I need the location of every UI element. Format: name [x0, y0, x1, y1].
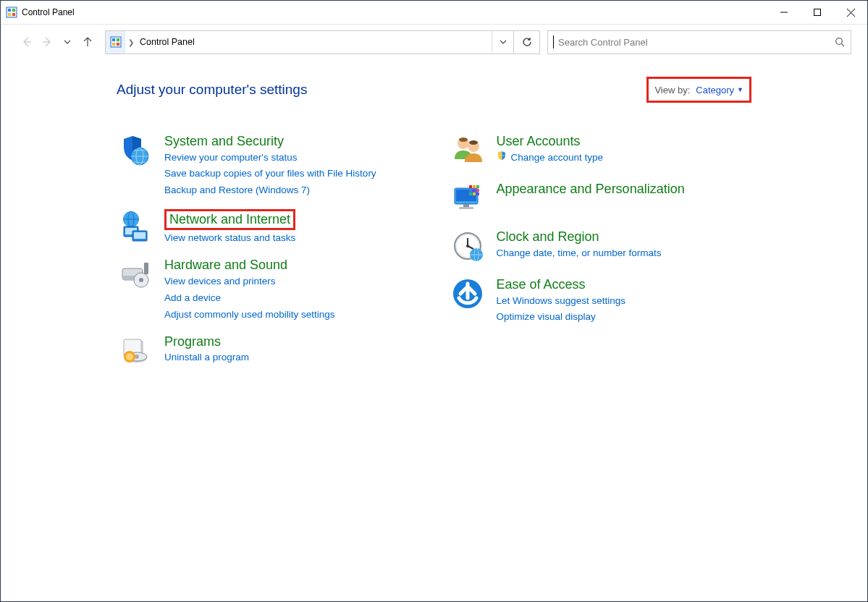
category-link[interactable]: Change account type: [497, 150, 604, 166]
content-area: Adjust your computer's settings View by:…: [1, 59, 867, 601]
category-body: User AccountsChange account type: [497, 133, 604, 171]
hardware-icon: [117, 257, 154, 294]
dropdown-icon: ▼: [737, 86, 743, 93]
link-text: Change date, time, or number formats: [497, 245, 662, 262]
svg-point-40: [126, 353, 133, 360]
control-panel-icon: [6, 7, 17, 18]
category-link[interactable]: Adjust commonly used mobility settings: [164, 307, 335, 323]
svg-rect-53: [469, 192, 472, 195]
view-by-label: View by:: [654, 85, 690, 96]
view-by-highlight: View by: Category ▼: [646, 77, 751, 103]
category-link[interactable]: View network status and tasks: [164, 230, 295, 247]
category-title[interactable]: Appearance and Personalization: [497, 182, 685, 196]
svg-rect-12: [112, 38, 115, 41]
forward-button[interactable]: [37, 30, 57, 54]
category-item: Network and InternetView network status …: [117, 209, 420, 247]
category-item: Clock and RegionChange date, time, or nu…: [449, 229, 752, 266]
category-body: Ease of AccessLet Windows suggest settin…: [497, 276, 626, 326]
search-icon[interactable]: [829, 37, 851, 48]
address-icon: [106, 31, 125, 54]
svg-rect-54: [473, 192, 476, 195]
category-body: ProgramsUninstall a program: [164, 334, 249, 371]
svg-line-17: [841, 43, 844, 46]
ease-icon: [449, 276, 486, 314]
svg-rect-49: [476, 185, 479, 188]
titlebar: Control Panel: [1, 1, 867, 25]
svg-rect-33: [144, 263, 148, 274]
address-bar[interactable]: ❯ Control Panel: [105, 30, 514, 54]
category-title[interactable]: Network and Internet: [164, 209, 295, 230]
category-item: ProgramsUninstall a program: [117, 334, 420, 371]
svg-rect-6: [814, 9, 821, 16]
svg-rect-45: [463, 204, 469, 207]
category-columns: System and SecurityReview your computer'…: [117, 133, 751, 381]
svg-rect-50: [469, 189, 472, 192]
category-link[interactable]: Uninstall a program: [164, 349, 249, 366]
svg-rect-46: [459, 207, 473, 209]
close-button[interactable]: [834, 1, 867, 24]
link-text: Review your computer's status: [164, 150, 297, 166]
category-body: System and SecurityReview your computer'…: [164, 133, 376, 199]
uac-shield-icon: [497, 150, 507, 166]
category-link[interactable]: View devices and printers: [164, 274, 335, 290]
category-link[interactable]: Optimize visual display: [497, 309, 626, 326]
link-text: Save backup copies of your files with Fi…: [164, 166, 376, 182]
category-link[interactable]: Backup and Restore (Windows 7): [164, 182, 376, 199]
svg-rect-51: [473, 189, 476, 192]
link-text: Change account type: [511, 150, 604, 166]
link-text: Let Windows suggest settings: [497, 293, 626, 310]
category-item: Ease of AccessLet Windows suggest settin…: [449, 276, 752, 326]
view-by-dropdown[interactable]: Category ▼: [696, 85, 743, 96]
category-body: Appearance and Personalization: [497, 181, 685, 219]
navigation-bar: ❯ Control Panel: [1, 25, 867, 59]
up-button[interactable]: [77, 30, 98, 54]
category-link[interactable]: Change date, time, or number formats: [497, 245, 662, 262]
clock-icon: [449, 229, 486, 266]
shield-globe-icon: [117, 133, 154, 171]
svg-point-16: [835, 38, 842, 44]
search-input[interactable]: [554, 37, 829, 48]
maximize-button[interactable]: [801, 1, 834, 24]
page-heading: Adjust your computer's settings: [117, 82, 307, 98]
link-text: View network status and tasks: [164, 230, 295, 247]
content-header: Adjust your computer's settings View by:…: [117, 77, 751, 103]
refresh-button[interactable]: [514, 30, 540, 54]
minimize-button[interactable]: [767, 1, 801, 24]
breadcrumb[interactable]: Control Panel: [137, 37, 198, 47]
right-column: User AccountsChange account typeAppearan…: [449, 133, 752, 381]
category-link[interactable]: Save backup copies of your files with Fi…: [164, 166, 376, 182]
category-item: System and SecurityReview your computer'…: [117, 133, 420, 199]
category-title[interactable]: Clock and Region: [497, 229, 599, 244]
back-button[interactable]: [17, 30, 37, 54]
category-title[interactable]: System and Security: [164, 134, 284, 148]
link-text: Add a device: [164, 290, 221, 307]
svg-rect-52: [476, 189, 479, 192]
link-text: Uninstall a program: [164, 349, 249, 366]
category-link[interactable]: Review your computer's status: [164, 150, 376, 166]
search-box[interactable]: [547, 30, 851, 54]
category-item: Appearance and Personalization: [449, 181, 752, 219]
svg-rect-4: [12, 13, 15, 16]
category-body: Hardware and SoundView devices and print…: [164, 257, 335, 323]
breadcrumb-separator-icon[interactable]: ❯: [125, 38, 137, 46]
category-title[interactable]: Ease of Access: [497, 277, 586, 292]
network-icon: [117, 209, 154, 247]
link-text: Optimize visual display: [497, 309, 596, 326]
recent-locations-button[interactable]: [57, 30, 77, 54]
window-controls: [767, 1, 867, 24]
address-history-button[interactable]: [492, 31, 513, 54]
svg-rect-3: [8, 13, 11, 16]
svg-point-32: [139, 278, 143, 282]
window-frame: Control Panel: [0, 0, 868, 602]
category-title[interactable]: Programs: [164, 334, 221, 349]
svg-rect-1: [8, 9, 11, 12]
programs-icon: [117, 334, 154, 371]
category-link[interactable]: Add a device: [164, 290, 335, 307]
category-title[interactable]: Hardware and Sound: [164, 258, 287, 272]
left-column: System and SecurityReview your computer'…: [117, 133, 420, 381]
link-text: View devices and printers: [164, 274, 276, 290]
category-title[interactable]: User Accounts: [497, 134, 581, 148]
category-link[interactable]: Let Windows suggest settings: [497, 293, 626, 310]
category-item: User AccountsChange account type: [449, 133, 752, 171]
view-by-value: Category: [696, 85, 734, 96]
